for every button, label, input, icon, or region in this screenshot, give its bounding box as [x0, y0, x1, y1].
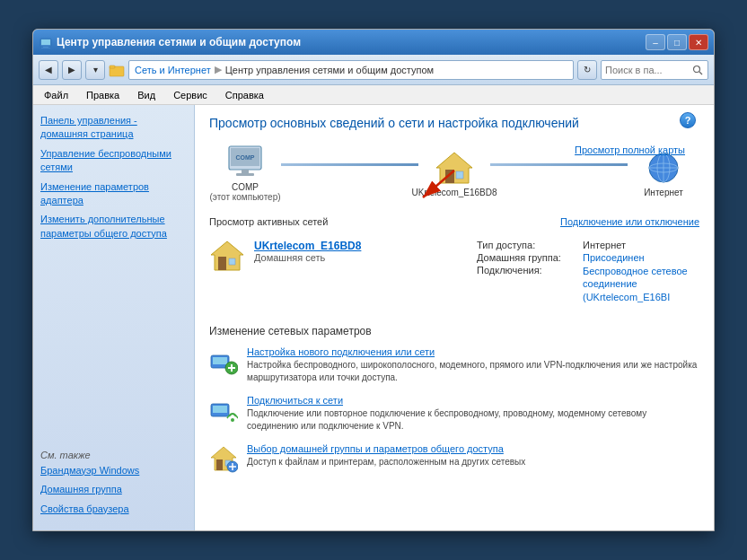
internet-label: Интернет [644, 188, 683, 197]
see-also-label: См. также [40, 450, 187, 460]
sidebar-link-adapter[interactable]: Изменение параметров адаптера [40, 180, 187, 208]
refresh-button[interactable]: ↻ [577, 60, 597, 80]
sidebar-link-home[interactable]: Панель управления - домашняя страница [40, 114, 187, 142]
item-title-2[interactable]: Выбор домашней группы и параметров общег… [247, 443, 525, 454]
computer-sublabel: (этот компьютер) [209, 192, 280, 202]
svg-line-7 [699, 72, 702, 74]
connections-row: Подключения: Беспроводное сетевое соедин… [477, 265, 699, 303]
sidebar: Панель управления - домашняя страница Уп… [33, 105, 195, 530]
svg-rect-25 [229, 258, 235, 265]
router-label: UKrtelecom_E16BD8 [411, 188, 497, 197]
internet-node: Интернет [628, 150, 699, 197]
svg-rect-10 [242, 170, 249, 173]
svg-text:COMP: COMP [236, 154, 255, 161]
active-networks-label: Просмотр активных сетей [209, 216, 328, 227]
sidebar-link-homegroup[interactable]: Домашняя группа [40, 483, 187, 496]
settings-item-content-2: Выбор домашней группы и параметров общег… [247, 443, 525, 468]
homegroup-icon [209, 445, 238, 474]
sidebar-link-firewall[interactable]: Брандмауэр Windows [40, 464, 187, 477]
active-networks-header: Просмотр активных сетей Подключение или … [209, 216, 699, 227]
access-type-row: Тип доступа: Интернет [477, 240, 699, 250]
menu-view[interactable]: Вид [134, 88, 159, 102]
new-connection-icon [209, 348, 238, 377]
router-node: UKrtelecom_E16BD8 [418, 150, 490, 197]
settings-item-1: Подключиться к сети Подключение или повт… [209, 395, 699, 433]
search-icon [692, 65, 703, 75]
sidebar-link-sharing[interactable]: Изменить дополнительные параметры общего… [40, 213, 187, 241]
menu-file[interactable]: Файл [40, 88, 72, 102]
access-type-value: Интернет [583, 240, 626, 250]
svg-rect-2 [43, 47, 48, 48]
network-line-2 [490, 163, 628, 166]
back-button[interactable]: ◀ [39, 60, 58, 80]
title-bar-left: Центр управления сетями и общим доступом [39, 35, 301, 49]
minimize-button[interactable]: – [646, 34, 665, 50]
connect-network-icon [209, 397, 238, 425]
svg-rect-27 [213, 357, 227, 364]
view-map-link[interactable]: Просмотр полной карты [575, 144, 685, 155]
breadcrumb-current: Центр управления сетями и общим доступом [225, 65, 434, 75]
svg-rect-24 [218, 257, 226, 270]
svg-rect-35 [216, 459, 223, 470]
menu-edit[interactable]: Правка [83, 88, 123, 102]
homegroup-row: Домашняя группа: Присоединен [477, 252, 699, 263]
search-input[interactable] [605, 65, 690, 75]
maximize-button[interactable]: □ [667, 34, 687, 50]
recent-button[interactable]: ▾ [85, 60, 105, 80]
network-info-text: UKrtelecom_E16BD8 Домашняя сеть [254, 240, 361, 263]
title-bar-buttons: – □ ✕ [646, 34, 708, 50]
item-desc-2: Доступ к файлам и принтерам, расположенн… [247, 456, 525, 468]
computer-label: COMP [232, 182, 259, 192]
connect-disconnect-link[interactable]: Подключение или отключение [560, 216, 699, 227]
svg-marker-23 [211, 241, 243, 270]
content-area: Панель управления - домашняя страница Уп… [33, 105, 714, 530]
svg-point-6 [694, 66, 700, 72]
help-button[interactable]: ? [680, 112, 696, 128]
close-button[interactable]: ✕ [689, 34, 708, 50]
title-bar: Центр управления сетями и общим доступом… [33, 30, 714, 55]
change-settings-title: Изменение сетевых параметров [209, 325, 699, 337]
svg-rect-32 [213, 406, 227, 413]
settings-item-2: Выбор домашней группы и параметров общег… [209, 443, 699, 474]
computer-node: COMP COMP (этот компьютер) [209, 144, 281, 202]
item-title-0[interactable]: Настройка нового подключения или сети [247, 346, 699, 357]
item-title-1[interactable]: Подключиться к сети [247, 395, 699, 406]
item-desc-1: Подключение или повторное подключение к … [247, 407, 699, 433]
svg-rect-11 [236, 173, 254, 176]
homegroup-value[interactable]: Присоединен [583, 252, 645, 263]
sidebar-link-wireless[interactable]: Управление беспроводными сетями [40, 147, 187, 175]
address-bar: ◀ ▶ ▾ Сеть и Интернет ▶ Центр управления… [33, 55, 714, 85]
network-type: Домашняя сеть [254, 252, 361, 263]
menu-service[interactable]: Сервис [170, 88, 211, 102]
svg-rect-1 [41, 39, 50, 45]
menu-help[interactable]: Справка [222, 88, 268, 102]
active-network-box: UKrtelecom_E16BD8 Домашняя сеть Тип дост… [209, 234, 699, 311]
computer-icon: COMP [224, 144, 267, 180]
window-icon [39, 35, 53, 49]
svg-rect-14 [445, 170, 454, 183]
window-title: Центр управления сетями и общим доступом [57, 36, 301, 48]
breadcrumb-root[interactable]: Сеть и Интернет [135, 65, 211, 75]
settings-item-content-1: Подключиться к сети Подключение или повт… [247, 395, 699, 433]
access-type-label: Тип доступа: [477, 240, 576, 250]
network-house-icon [209, 240, 245, 272]
folder-icon [109, 62, 125, 78]
settings-item-content-0: Настройка нового подключения или сети На… [247, 346, 699, 384]
network-line-1 [281, 163, 418, 166]
forward-button[interactable]: ▶ [62, 60, 82, 80]
svg-rect-3 [41, 48, 50, 48]
search-box[interactable] [601, 60, 708, 80]
network-name[interactable]: UKrtelecom_E16BD8 [254, 240, 361, 252]
sidebar-spacer [40, 246, 187, 435]
main-window: Центр управления сетями и общим доступом… [32, 29, 715, 531]
menu-bar: Файл Правка Вид Сервис Справка [33, 85, 714, 105]
svg-point-33 [231, 418, 234, 422]
item-desc-0: Настройка беспроводного, широкополосного… [247, 359, 699, 384]
page-title: Просмотр основных сведений о сети и наст… [209, 116, 699, 130]
settings-item-0: Настройка нового подключения или сети На… [209, 346, 699, 384]
connections-value[interactable]: Беспроводное сетевое соединение (UKrtele… [583, 265, 699, 303]
network-diagram: COMP COMP (этот компьютер) [209, 144, 699, 202]
sidebar-link-browser[interactable]: Свойства браузера [40, 503, 187, 516]
svg-rect-15 [456, 171, 463, 179]
breadcrumb[interactable]: Сеть и Интернет ▶ Центр управления сетям… [128, 60, 574, 80]
